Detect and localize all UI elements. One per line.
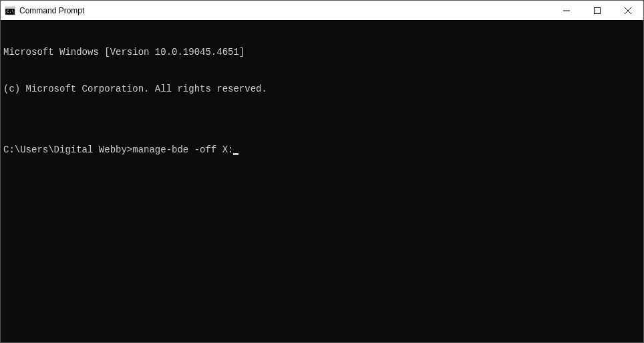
- title-bar[interactable]: C:\ Command Prompt: [1, 1, 643, 21]
- terminal-area[interactable]: Microsoft Windows [Version 10.0.19045.46…: [1, 21, 643, 342]
- terminal-prompt-line: C:\Users\Digital Webby>manage-bde -off X…: [3, 144, 641, 156]
- close-button[interactable]: [613, 1, 643, 20]
- minimize-button[interactable]: [551, 1, 582, 20]
- svg-text:C:\: C:\: [7, 9, 14, 13]
- terminal-output-line: Microsoft Windows [Version 10.0.19045.46…: [3, 46, 641, 58]
- svg-rect-4: [595, 7, 601, 13]
- command-text: manage-bde -off X:: [132, 144, 233, 155]
- terminal-output-line: (c) Microsoft Corporation. All rights re…: [3, 83, 641, 95]
- cursor: [233, 153, 238, 155]
- window-title: Command Prompt: [19, 6, 551, 15]
- maximize-button[interactable]: [582, 1, 613, 20]
- command-prompt-window: C:\ Command Prompt Microsoft Windows [Ve…: [0, 0, 644, 343]
- window-controls: [551, 1, 643, 20]
- app-icon: C:\: [5, 5, 15, 16]
- prompt-text: C:\Users\Digital Webby>: [3, 144, 132, 155]
